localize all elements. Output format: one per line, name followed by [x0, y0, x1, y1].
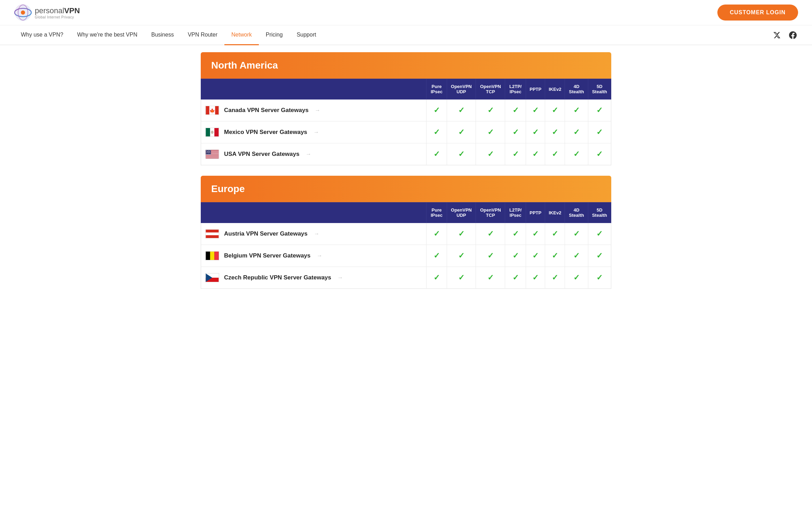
main-content: North America Pure IPsec OpenVPN UDP Ope…: [180, 45, 632, 306]
country-cell-austria[interactable]: Austria VPN Server Gateways →: [201, 223, 427, 245]
check-cz-8: ✓: [588, 267, 611, 289]
checkmark-icon: ✓: [512, 251, 519, 260]
checkmark-icon: ✓: [552, 251, 558, 260]
customer-login-button[interactable]: CUSTOMER LOGIN: [717, 5, 798, 21]
col-l2tp-ipsec: L2TP/ IPsec: [505, 79, 526, 100]
table-row: Mexico VPN Server Gateways → ✓ ✓ ✓ ✓ ✓ ✓…: [201, 121, 611, 143]
nav-support[interactable]: Support: [290, 25, 323, 45]
arrow-icon: →: [314, 231, 319, 237]
eu-col-l2tp-ipsec: L2TP/ IPsec: [505, 203, 526, 223]
nav-why-vpn[interactable]: Why use a VPN?: [14, 25, 70, 45]
flag-belgium: [205, 251, 219, 260]
country-cell-usa[interactable]: USA VPN Server Gateways →: [201, 143, 427, 165]
checkmark-icon: ✓: [433, 128, 440, 136]
checkmark-icon: ✓: [596, 128, 603, 136]
country-name-usa: USA VPN Server Gateways: [224, 151, 300, 158]
country-name-austria: Austria VPN Server Gateways: [224, 230, 308, 237]
twitter-icon[interactable]: [772, 30, 782, 40]
arrow-icon: →: [306, 151, 311, 157]
country-cell-czech[interactable]: Czech Republic VPN Server Gateways →: [201, 267, 427, 289]
svg-point-11: [211, 130, 213, 134]
check-ca-4: ✓: [505, 100, 526, 121]
check-be-4: ✓: [505, 245, 526, 267]
flag-austria: [205, 229, 219, 238]
checkmark-icon: ✓: [458, 229, 464, 238]
svg-point-26: [208, 152, 209, 153]
eu-col-ikev2: IKEv2: [545, 203, 565, 223]
arrow-icon: →: [317, 253, 323, 259]
table-row: USA VPN Server Gateways → ✓ ✓ ✓ ✓ ✓ ✓ ✓ …: [201, 143, 611, 165]
check-ca-6: ✓: [545, 100, 565, 121]
svg-rect-33: [214, 252, 218, 260]
flag-canada: 🍁: [205, 106, 219, 115]
region-header-north-america: North America: [201, 52, 611, 79]
checkmark-icon: ✓: [552, 150, 558, 158]
logo[interactable]: personalVPN Global Internet Privacy: [14, 3, 80, 22]
check-at-4: ✓: [505, 223, 526, 245]
col-5d-stealth: 5D Stealth: [588, 79, 611, 100]
country-name-czech: Czech Republic VPN Server Gateways: [224, 274, 331, 281]
col-openvpn-udp: OpenVPN UDP: [447, 79, 476, 100]
checkmark-icon: ✓: [433, 150, 440, 158]
checkmark-icon: ✓: [433, 106, 440, 114]
country-cell-belgium[interactable]: Belgium VPN Server Gateways →: [201, 245, 427, 267]
svg-rect-10: [214, 128, 218, 136]
region-title-europe: Europe: [211, 183, 601, 195]
flag-mexico: [205, 128, 219, 137]
check-us-2: ✓: [447, 143, 476, 165]
checkmark-icon: ✓: [458, 251, 464, 260]
eu-col-5d-stealth: 5D Stealth: [588, 203, 611, 223]
check-at-7: ✓: [565, 223, 588, 245]
nav-best-vpn[interactable]: Why we're the best VPN: [70, 25, 144, 45]
facebook-icon[interactable]: [788, 30, 798, 40]
svg-rect-5: [206, 106, 209, 114]
nav-network[interactable]: Network: [224, 25, 259, 45]
table-row: Belgium VPN Server Gateways → ✓ ✓ ✓ ✓ ✓ …: [201, 245, 611, 267]
nav-business[interactable]: Business: [144, 25, 181, 45]
country-cell-mexico[interactable]: Mexico VPN Server Gateways →: [201, 121, 427, 143]
logo-tagline: Global Internet Privacy: [35, 15, 80, 19]
svg-rect-16: [206, 154, 219, 155]
check-cz-6: ✓: [545, 267, 565, 289]
checkmark-icon: ✓: [458, 106, 464, 114]
col-pptp: PPTP: [526, 79, 545, 100]
check-be-3: ✓: [476, 245, 505, 267]
checkmark-icon: ✓: [487, 128, 494, 136]
svg-text:🍁: 🍁: [209, 108, 215, 114]
svg-rect-32: [210, 252, 214, 260]
check-us-4: ✓: [505, 143, 526, 165]
eu-col-openvpn-tcp: OpenVPN TCP: [476, 203, 505, 223]
check-us-7: ✓: [565, 143, 588, 165]
europe-table: Pure IPsec OpenVPN UDP OpenVPN TCP L2TP/…: [201, 202, 611, 289]
nav-vpn-router[interactable]: VPN Router: [181, 25, 224, 45]
checkmark-icon: ✓: [512, 150, 519, 158]
country-cell-canada[interactable]: 🍁 Canada VPN Server Gateways →: [201, 100, 427, 121]
checkmark-icon: ✓: [573, 229, 580, 238]
checkmark-icon: ✓: [487, 150, 494, 158]
checkmark-icon: ✓: [433, 251, 440, 260]
flag-usa: [205, 150, 219, 159]
nav-links: Why use a VPN? Why we're the best VPN Bu…: [14, 25, 323, 45]
check-ca-2: ✓: [447, 100, 476, 121]
check-be-8: ✓: [588, 245, 611, 267]
check-at-2: ✓: [447, 223, 476, 245]
empty-header-europe: [201, 203, 427, 223]
country-name-canada: Canada VPN Server Gateways: [224, 107, 309, 114]
svg-point-25: [206, 152, 207, 153]
nav-pricing[interactable]: Pricing: [259, 25, 290, 45]
check-cz-7: ✓: [565, 267, 588, 289]
checkmark-icon: ✓: [532, 150, 539, 158]
check-cz-2: ✓: [447, 267, 476, 289]
checkmark-icon: ✓: [573, 128, 580, 136]
check-be-7: ✓: [565, 245, 588, 267]
flag-czech: [205, 273, 219, 282]
checkmark-icon: ✓: [512, 106, 519, 114]
check-at-6: ✓: [545, 223, 565, 245]
checkmark-icon: ✓: [433, 273, 440, 282]
checkmark-icon: ✓: [458, 273, 464, 282]
check-us-5: ✓: [526, 143, 545, 165]
check-cz-4: ✓: [505, 267, 526, 289]
main-nav: Why use a VPN? Why we're the best VPN Bu…: [0, 25, 812, 45]
table-row: 🍁 Canada VPN Server Gateways → ✓ ✓ ✓ ✓: [201, 100, 611, 121]
check-ca-5: ✓: [526, 100, 545, 121]
